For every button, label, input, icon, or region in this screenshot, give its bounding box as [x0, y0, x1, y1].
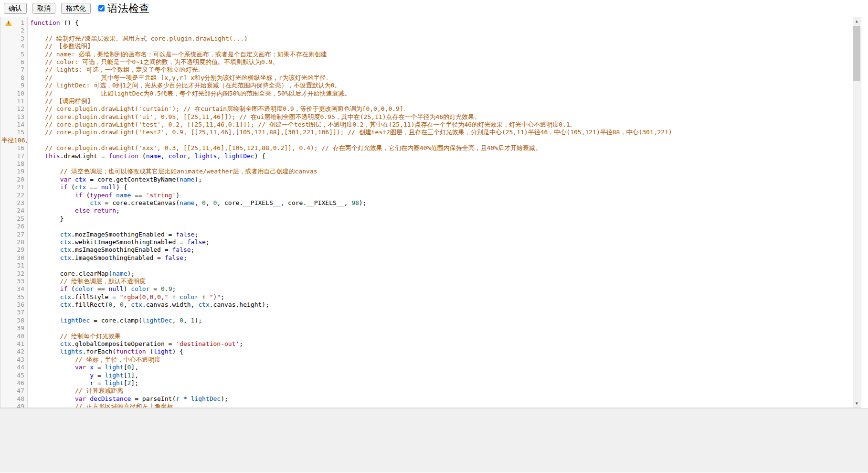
line-number: 33 — [0, 278, 28, 285]
code-line[interactable]: 1function () { — [0, 19, 853, 27]
code-line[interactable]: 48 var decDistance = parseInt(r * lightD… — [0, 395, 853, 403]
code-line[interactable]: 33 // 绘制色调层，默认不透明度 — [0, 278, 853, 285]
code-text: if (typeof name == 'string') — [28, 192, 180, 199]
line-number: 24 — [0, 207, 28, 215]
code-area[interactable]: 1function () {23 // 绘制灯光/漆黑层效果。调用方式 core… — [0, 19, 853, 408]
code-line[interactable]: 4 // 【参数说明】 — [0, 43, 853, 50]
line-number: 42 — [0, 348, 28, 355]
code-line[interactable]: 44 var x = light[0], — [0, 364, 853, 371]
code-line[interactable]: 6 // color: 可选，只能是一个0~1之间的数，为不透明度的值。不填则默… — [0, 58, 853, 66]
code-line[interactable]: 41 ctx.globalCompositeOperation = 'desti… — [0, 340, 853, 348]
toolbar: 确认 取消 格式化 语法检查 — [0, 0, 868, 17]
line-number: 15 — [0, 129, 28, 136]
line-number: 40 — [0, 333, 28, 340]
code-line[interactable]: 49 // 正方形区域的直径和左上角坐标 — [0, 403, 853, 408]
vertical-scrollbar[interactable]: ▲ ▼ — [853, 17, 861, 408]
line-number: 12 — [0, 105, 28, 113]
code-line[interactable]: 9 // lightDec: 可选，0到1之间，光从多少百分比才开始衰减（在此范… — [0, 82, 853, 89]
cancel-button[interactable]: 取消 — [32, 3, 55, 14]
line-number: 6 — [0, 58, 28, 66]
code-line[interactable]: 10 // 比如lightDec为0.5代表，每个灯光部分内圈50%的范围全亮，… — [0, 90, 853, 97]
line-number: 49 — [0, 403, 28, 408]
code-line[interactable]: 45 y = light[1], — [0, 372, 853, 379]
code-text — [28, 160, 30, 168]
code-text: var ctx = core.getContextByName(name); — [28, 176, 202, 183]
code-line[interactable]: 13 // core.plugin.drawLight('ui', 0.95, … — [0, 113, 853, 121]
code-line[interactable]: 47 // 计算衰减距离 — [0, 387, 853, 395]
line-number: 39 — [0, 324, 28, 332]
line-number: 41 — [0, 340, 28, 348]
code-line[interactable]: 15 // core.plugin.drawLight('test2', 0.9… — [0, 129, 853, 136]
scroll-down-button[interactable]: ▼ — [853, 399, 861, 408]
line-number: 26 — [0, 223, 28, 230]
code-line[interactable]: 46 r = light[2]; — [0, 379, 853, 387]
code-text: lights.forEach(function (light) { — [28, 348, 183, 355]
code-line[interactable]: 18 — [0, 160, 853, 168]
code-line[interactable]: 31 — [0, 262, 853, 269]
code-line[interactable]: 42 lights.forEach(function (light) { — [0, 348, 853, 355]
code-line[interactable]: 20 var ctx = core.getContextByName(name)… — [0, 176, 853, 183]
code-line[interactable]: 16 // core.plugin.drawLight('xxx', 0.3, … — [0, 144, 853, 152]
format-button[interactable]: 格式化 — [61, 3, 91, 14]
code-text: core.clearMap(name); — [28, 270, 135, 278]
code-text: // core.plugin.drawLight('xxx', 0.3, [[2… — [28, 144, 541, 152]
code-line[interactable]: 21 if (ctx == null) { — [0, 183, 853, 191]
code-text — [28, 27, 30, 34]
line-number: 28 — [0, 238, 28, 246]
code-line[interactable]: 14 // core.plugin.drawLight('test', 0.2,… — [0, 121, 853, 129]
line-number: 46 — [0, 379, 28, 387]
code-text: ctx.fillStyle = "rgba(0,0,0," + color + … — [28, 293, 224, 301]
syntax-check-label: 语法检查 — [107, 1, 149, 16]
code-text: // 绘制每个灯光效果 — [28, 333, 121, 340]
code-line[interactable]: 26 — [0, 223, 853, 230]
line-number: 10 — [0, 90, 28, 97]
line-number: 45 — [0, 372, 28, 379]
confirm-button[interactable]: 确认 — [4, 3, 27, 14]
line-number: 8 — [0, 74, 28, 82]
code-line[interactable]: 43 // 坐标，半径，中心不透明度 — [0, 356, 853, 364]
code-text: ctx.globalCompositeOperation = 'destinat… — [28, 340, 243, 348]
line-number: 34 — [0, 285, 28, 293]
scrollbar-thumb[interactable] — [853, 26, 860, 81]
line-number: 2 — [0, 27, 28, 34]
code-editor[interactable]: 1function () {23 // 绘制灯光/漆黑层效果。调用方式 core… — [0, 17, 861, 408]
code-line[interactable]: 25 } — [0, 215, 853, 223]
code-line[interactable]: 11 // 【调用样例】 — [0, 97, 853, 105]
scroll-up-button[interactable]: ▲ — [853, 17, 861, 25]
code-line[interactable]: 半径106。 — [0, 137, 853, 144]
code-line[interactable]: 7 // lights: 可选，一个数组，定义了每个独立的灯光。 — [0, 66, 853, 74]
code-text: if (ctx == null) { — [28, 183, 127, 191]
code-line[interactable]: 3 // 绘制灯光/漆黑层效果。调用方式 core.plugin.drawLig… — [0, 35, 853, 43]
code-line[interactable]: 39 — [0, 324, 853, 332]
code-line[interactable]: 40 // 绘制每个灯光效果 — [0, 333, 853, 340]
code-line[interactable]: 12 // core.plugin.drawLight('curtain'); … — [0, 105, 853, 113]
code-line[interactable]: 29 ctx.msImageSmoothingEnabled = false; — [0, 246, 853, 254]
line-number: 18 — [0, 160, 28, 168]
line-number: 13 — [0, 113, 28, 121]
code-line[interactable]: 30 ctx.imageSmoothingEnabled = false; — [0, 254, 853, 262]
code-line[interactable]: 35 ctx.fillStyle = "rgba(0,0,0," + color… — [0, 293, 853, 301]
code-line[interactable]: 19 // 清空色调层；也可以修改成其它层比如animate/weather层，… — [0, 168, 853, 175]
code-text: if (color == null) color = 0.9; — [28, 285, 176, 293]
line-number: 4 — [0, 43, 28, 50]
syntax-check-checkbox[interactable] — [98, 5, 105, 11]
page-background — [0, 408, 868, 473]
line-number: 37 — [0, 309, 28, 316]
code-line[interactable]: 34 if (color == null) color = 0.9; — [0, 285, 853, 293]
code-text: // core.plugin.drawLight('test', 0.2, [[… — [28, 121, 576, 129]
code-line[interactable]: 32 core.clearMap(name); — [0, 270, 853, 278]
code-line[interactable]: 17 this.drawLight = function (name, colo… — [0, 152, 853, 160]
line-number: 25 — [0, 215, 28, 223]
code-line[interactable]: 2 — [0, 27, 853, 34]
code-line[interactable]: 24 else return; — [0, 207, 853, 215]
code-line[interactable]: 22 if (typeof name == 'string') — [0, 192, 853, 199]
code-line[interactable]: 5 // name: 必填，要绘制到的画布名；可以是一个系统画布，或者是个自定义… — [0, 51, 853, 58]
code-line[interactable]: 37 — [0, 309, 853, 316]
code-line[interactable]: 27 ctx.mozImageSmoothingEnabled = false; — [0, 231, 853, 238]
code-line[interactable]: 38 lightDec = core.clamp(lightDec, 0, 1)… — [0, 317, 853, 324]
code-line[interactable]: 8 // 其中每一项是三元组 [x,y,r] x和y分别为该灯光的横纵坐标，r为… — [0, 74, 853, 82]
code-line[interactable]: 36 ctx.fillRect(0, 0, ctx.canvas.width, … — [0, 301, 853, 309]
code-line[interactable]: 23 ctx = core.createCanvas(name, 0, 0, c… — [0, 199, 853, 207]
code-line[interactable]: 28 ctx.webkitImageSmoothingEnabled = fal… — [0, 238, 853, 246]
code-text: ctx.mozImageSmoothingEnabled = false; — [28, 231, 198, 238]
